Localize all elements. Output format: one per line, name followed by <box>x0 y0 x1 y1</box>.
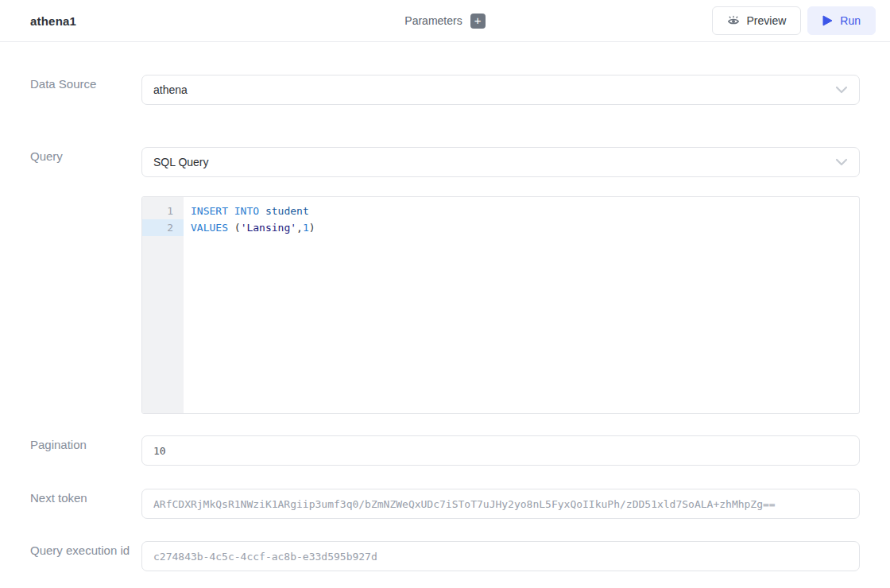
run-button-label: Run <box>840 14 861 27</box>
pagination-row: Pagination <box>0 435 860 466</box>
code-editor-lines: 1INSERT INTO student2VALUES ('Lansing',1… <box>142 197 859 236</box>
query-form: Data Source athena Query SQL Query <box>0 75 890 571</box>
preview-button-label: Preview <box>747 14 787 27</box>
eye-icon <box>727 15 740 26</box>
next-token-input[interactable] <box>153 498 848 510</box>
query-execution-id-label: Query execution id <box>0 541 141 571</box>
play-icon <box>822 15 833 26</box>
topbar-actions: Preview Run <box>712 6 876 35</box>
chevron-down-icon <box>835 83 848 97</box>
data-source-row: Data Source athena <box>0 75 860 105</box>
next-token-row: Next token <box>0 489 860 519</box>
chevron-down-icon <box>835 155 848 169</box>
query-label: Query <box>0 147 141 177</box>
next-token-label: Next token <box>0 489 141 519</box>
data-source-label: Data Source <box>0 75 141 105</box>
sql-editor-row: 1INSERT INTO student2VALUES ('Lansing',1… <box>0 196 860 414</box>
query-type-row: Query SQL Query <box>0 147 860 177</box>
run-button[interactable]: Run <box>807 6 876 35</box>
sql-code-editor[interactable]: 1INSERT INTO student2VALUES ('Lansing',1… <box>141 196 860 414</box>
sql-editor-label-spacer <box>0 196 141 414</box>
pagination-input-wrap <box>141 435 860 466</box>
data-source-select[interactable]: athena <box>141 75 860 105</box>
next-token-input-wrap <box>141 489 860 519</box>
query-type-select[interactable]: SQL Query <box>141 147 860 177</box>
parameters-label: Parameters <box>404 14 462 27</box>
pagination-label: Pagination <box>0 435 141 466</box>
query-execution-id-input-wrap <box>141 541 860 571</box>
plus-icon: + <box>474 14 482 27</box>
add-parameter-button[interactable]: + <box>470 14 486 29</box>
query-type-value: SQL Query <box>153 156 209 168</box>
query-execution-id-input[interactable] <box>153 551 848 563</box>
query-title: athena1 <box>30 14 76 28</box>
preview-button[interactable]: Preview <box>712 6 802 35</box>
pagination-input[interactable] <box>153 445 848 457</box>
top-bar: athena1 Parameters + Preview <box>0 0 890 42</box>
data-source-value: athena <box>153 83 188 96</box>
query-execution-id-row: Query execution id <box>0 541 860 571</box>
